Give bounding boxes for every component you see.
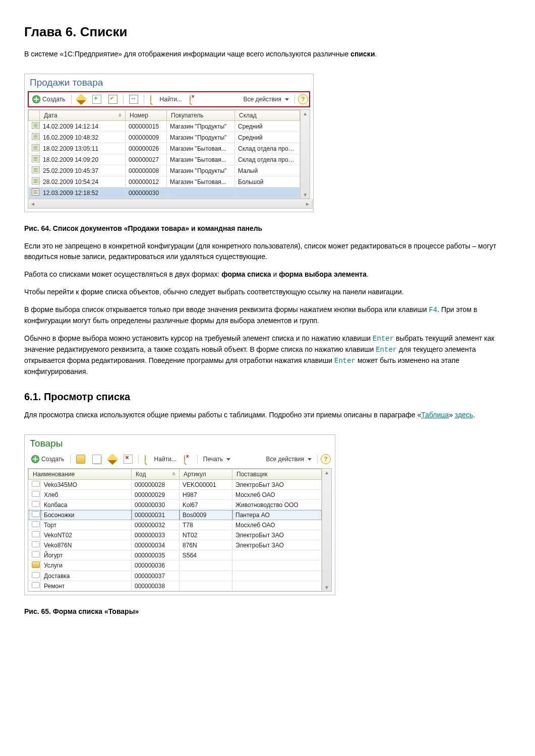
cell-num: 000000008 [126,165,167,176]
copy-button[interactable] [90,94,104,105]
table-row[interactable]: 28.02.2009 10:54:24000000012Магазин "Быт… [29,176,300,187]
table-row[interactable]: Босоножки000000031Bos0009Пантера АО [29,510,322,520]
col-date[interactable]: Дата≛ [40,110,126,121]
table-row[interactable]: 16.02.2009 10:48:32000000009Магазин "Про… [29,132,300,143]
cell-date: 14.02.2009 14:12:14 [40,121,126,132]
scroll-up-icon[interactable]: ▲ [324,469,329,476]
key-enter: Enter [376,346,397,354]
pencil-icon [106,454,118,465]
cell-supp [232,550,322,560]
scroll-up-icon[interactable]: ▲ [303,110,308,117]
cell-supp: ЭлектроБыт ЗАО [232,540,322,550]
table-row[interactable]: 25.02.2009 10:45:37000000008Магазин "Про… [29,165,300,176]
cell-code: 000000034 [132,540,180,550]
chapter-title: Глава 6. Списки [24,24,511,40]
col-buyer[interactable]: Покупатель [167,110,235,121]
all-actions-button[interactable]: Все действия [264,455,314,464]
cell-name: Veko876N [41,540,132,550]
new-folder-button[interactable] [74,454,88,465]
cell-name: Доставка [41,571,132,581]
scroll-down-icon[interactable]: ▼ [303,191,308,199]
table-row[interactable]: Доставка000000037 [29,571,322,581]
col-article[interactable]: Артикул [180,469,232,480]
cell-num: 000000030 [126,187,167,199]
cell-name: Босоножки [41,510,132,520]
cell-store: Склад отдела прод... [235,143,300,154]
paragraph-5: В форме выбора список открывается только… [24,304,511,326]
cell-date: 16.02.2009 10:48:32 [40,132,126,143]
edit-button[interactable] [106,454,119,464]
cell-art [180,560,232,571]
cell-art: Bos0009 [180,510,232,520]
scroll-down-icon[interactable]: ▼ [324,584,329,591]
help-button[interactable]: ? [321,454,331,464]
find-button[interactable]: Найти... [142,454,179,464]
vertical-scrollbar[interactable]: ▲ ▼ [300,110,310,199]
icon-col-header[interactable] [29,110,40,121]
table-row[interactable]: Торт000000032T78Мосхлеб ОАО [29,520,322,530]
create-button[interactable]: Создать [29,454,67,464]
separator [71,95,72,104]
all-actions-button[interactable]: Все действия [241,95,291,104]
col-store[interactable]: Склад [235,110,300,121]
col-name[interactable]: Наименование [29,469,132,480]
vertical-scrollbar[interactable]: ▲ ▼ [322,469,331,591]
doc-icon [32,133,39,140]
edit-button[interactable] [75,94,88,104]
delete-button[interactable] [121,454,135,465]
find-button[interactable]: Найти... [147,94,185,104]
table-row[interactable]: Колбаса000000030Kol67Животноводство ООО [29,500,322,510]
table-row[interactable]: Хлеб000000029H987Мосхлеб ОАО [29,490,322,500]
table-row[interactable]: 14.02.2009 14:12:14000000015Магазин "Про… [29,121,300,132]
check-icon [108,95,117,104]
col-code[interactable]: Код≛ [132,469,180,480]
col-supplier[interactable]: Поставщик [232,469,322,480]
post-button[interactable] [106,94,120,105]
link-table[interactable]: Таблица [421,411,449,419]
item-icon [32,521,40,527]
table-row[interactable]: 18.02.2009 13:05:11000000026Магазин "Быт… [29,143,300,154]
swap-button[interactable] [127,94,141,105]
scroll-left-icon[interactable]: ◄ [28,201,37,207]
plus-icon [32,95,40,103]
table-row[interactable]: Ремонт000000038 [29,581,322,591]
table-row[interactable]: Veko876N000000034876NЭлектроБыт ЗАО [29,540,322,550]
fig65-toolbar: Создать Найти... Печать Все действия ? [28,452,332,466]
item-icon [32,511,40,517]
cell-supp [232,581,322,591]
horizontal-scrollbar[interactable]: ◄ ► [28,199,313,209]
help-button[interactable]: ? [298,94,308,104]
table-row[interactable]: 18.02.2009 14:09:20000000027Магазин "Быт… [29,154,300,165]
magnifier-icon [150,95,151,103]
cell-supp [232,560,322,571]
fig65-grid: Наименование Код≛ Артикул Поставщик Veko… [28,468,332,592]
table-row[interactable]: 12.03.2009 12:18:52000000030 [29,187,300,199]
link-here[interactable]: здесь [455,411,473,419]
intro-bold: списки [350,50,375,58]
item-icon [32,541,40,547]
table-row[interactable]: VekoNT02000000033NT02ЭлектроБыт ЗАО [29,530,322,540]
cell-buyer [167,187,235,199]
cell-art [180,581,232,591]
create-button[interactable]: Создать [30,94,68,104]
scroll-right-icon[interactable]: ► [303,201,312,207]
print-button[interactable]: Печать [201,455,233,464]
clear-search-button[interactable] [181,454,194,464]
cell-date: 18.02.2009 13:05:11 [40,143,126,154]
chevron-down-icon [308,458,312,461]
col-number[interactable]: Номер [126,110,167,121]
cell-buyer: Магазин "Бытовая... [167,154,235,165]
cell-code: 000000038 [132,581,180,591]
fig64-caption: Рис. 64. Список документов «Продажи това… [24,223,511,234]
key-enter: Enter [373,335,394,343]
cell-code: 000000028 [132,480,180,490]
copy-button[interactable] [90,454,104,465]
cell-name: Торт [41,520,132,530]
fig64-window: Продажи товара Создать Найти... Все дейс… [24,74,314,212]
clear-search-button[interactable] [187,94,200,104]
cell-art: S564 [180,550,232,560]
table-row[interactable]: Veko345MO000000028VEKO00001ЭлектроБыт ЗА… [29,480,322,490]
table-row[interactable]: Йогурт000000035S564 [29,550,322,560]
table-row[interactable]: Услуги000000036 [29,560,322,571]
key-f4: F4 [429,306,437,314]
